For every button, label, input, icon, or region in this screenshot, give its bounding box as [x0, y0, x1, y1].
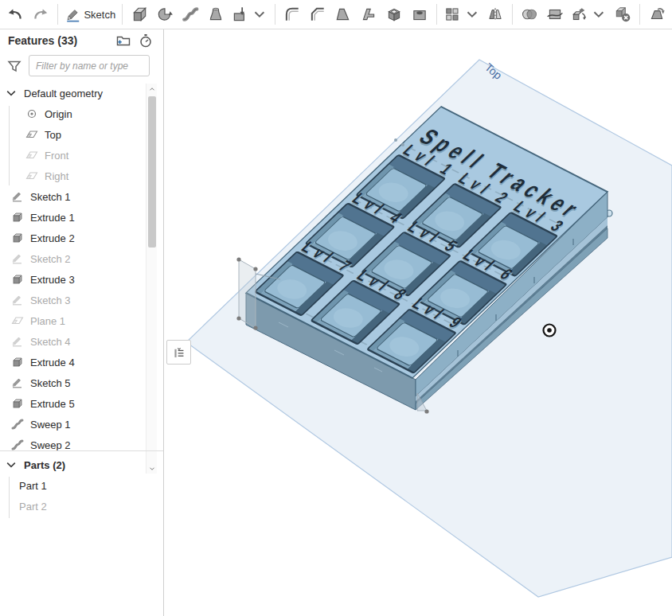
boolean-button[interactable]	[518, 2, 541, 26]
tree-item-front-plane[interactable]: Front	[0, 145, 145, 166]
chamfer-button[interactable]	[306, 2, 330, 26]
tree-item-label: Extrude 1	[30, 212, 75, 224]
move-face-button[interactable]	[645, 2, 669, 26]
revolve-button[interactable]	[153, 2, 177, 26]
chevron-down-icon[interactable]	[5, 87, 18, 99]
chamfer-icon	[309, 6, 326, 23]
sketch-vertex[interactable]	[253, 326, 257, 329]
tree-item-sweep-2[interactable]: Sweep 2	[0, 435, 145, 450]
tree-item-top-plane[interactable]: Top	[0, 124, 145, 145]
toolbar-separator	[122, 4, 123, 25]
sweep-profile-sketch[interactable]	[239, 259, 256, 328]
chevron-down-icon[interactable]	[251, 6, 268, 23]
mirror-button[interactable]	[483, 2, 507, 26]
extrude-button[interactable]	[127, 2, 151, 26]
tree-item-extrude-2[interactable]: Extrude 2	[0, 228, 145, 248]
sketch-button[interactable]: Sketch	[63, 2, 117, 26]
scrollbar-thumb[interactable]	[148, 96, 156, 248]
extrude-feature-icon	[11, 211, 24, 224]
origin-marker[interactable]	[544, 325, 556, 337]
sketch-point	[401, 143, 404, 146]
fillet-button[interactable]	[280, 2, 304, 26]
part-item-label: Part 2	[19, 501, 47, 513]
linear-pattern-icon	[443, 6, 461, 23]
move-face-icon	[648, 6, 666, 23]
feature-list-toggle-button[interactable]	[166, 340, 191, 365]
new-folder-icon[interactable]	[115, 33, 131, 49]
sketch-feature-icon	[11, 294, 24, 306]
extrude-feature-icon	[11, 397, 24, 410]
parts-guide-line	[9, 477, 10, 518]
hole-button[interactable]	[408, 2, 432, 26]
tree-item-label: Origin	[45, 108, 72, 120]
draft-icon	[334, 6, 352, 23]
tree-item-sweep-1[interactable]: Sweep 1	[0, 414, 145, 435]
draft-button[interactable]	[331, 2, 355, 26]
mirror-icon	[486, 6, 504, 23]
linear-pattern-button[interactable]	[442, 2, 483, 26]
features-panel-title: Features (33)	[8, 34, 77, 47]
shell-button[interactable]	[382, 2, 406, 26]
feature-tree-scrollbar[interactable]	[146, 84, 157, 474]
sketch-feature-icon	[11, 190, 24, 203]
tree-item-extrude-4[interactable]: Extrude 4	[0, 352, 145, 372]
toolbar-separator	[275, 4, 275, 25]
filter-funnel-icon[interactable]	[6, 58, 22, 74]
tree-item-label: Sketch 4	[30, 336, 71, 348]
undo-button[interactable]	[3, 2, 27, 26]
main-toolbar: Sketch	[0, 0, 672, 29]
tree-item-extrude-5[interactable]: Extrude 5	[0, 393, 145, 414]
redo-icon	[32, 6, 49, 23]
chevron-down-icon[interactable]	[590, 6, 608, 23]
split-button[interactable]	[543, 2, 567, 26]
boolean-icon	[521, 6, 538, 23]
model-scene[interactable]: Top	[164, 29, 672, 616]
part-item-2[interactable]: Part 2	[0, 496, 163, 517]
chevron-down-icon[interactable]	[5, 458, 18, 471]
thicken-button[interactable]	[229, 2, 270, 26]
sketch-vertex[interactable]	[236, 257, 240, 261]
tree-item-label: Sketch 1	[30, 191, 71, 203]
parts-section-title: Parts (2)	[24, 459, 65, 471]
tree-group-default-geometry[interactable]: Default geometry	[0, 83, 145, 103]
tree-item-sketch-3[interactable]: Sketch 3	[0, 290, 145, 310]
fillet-icon	[283, 6, 301, 23]
sketch-feature-icon	[11, 252, 24, 265]
sketch-vertex[interactable]	[424, 409, 428, 413]
tree-item-extrude-3[interactable]: Extrude 3	[0, 269, 145, 290]
part-item-1[interactable]: Part 1	[0, 475, 163, 496]
sketch-vertex[interactable]	[236, 316, 240, 320]
parts-group-header[interactable]: Parts (2)	[0, 454, 163, 475]
extrude-feature-icon	[11, 356, 24, 368]
feature-filter-input[interactable]	[29, 55, 150, 76]
rib-button[interactable]	[357, 2, 381, 26]
redo-button[interactable]	[29, 2, 53, 26]
split-icon	[546, 6, 564, 23]
extrude-feature-icon	[11, 232, 24, 244]
toolbar-separator	[639, 4, 640, 25]
tree-item-sketch-4[interactable]: Sketch 4	[0, 331, 145, 352]
scroll-up-button[interactable]	[147, 84, 158, 94]
tree-item-extrude-1[interactable]: Extrude 1	[0, 207, 145, 228]
toolbar-separator	[57, 4, 58, 25]
tree-item-sketch-2[interactable]: Sketch 2	[0, 248, 145, 269]
tree-item-sketch-1[interactable]: Sketch 1	[0, 186, 145, 207]
sweep-button[interactable]	[178, 2, 202, 26]
tree-item-origin[interactable]: Origin	[0, 103, 145, 124]
transform-button[interactable]	[568, 2, 609, 26]
sketch-feature-icon	[11, 335, 24, 348]
delete-part-button[interactable]	[611, 2, 635, 26]
tree-item-right-plane[interactable]: Right	[0, 166, 145, 186]
tree-item-plane-1[interactable]: Plane 1	[0, 310, 145, 331]
sketch-vertex[interactable]	[253, 267, 257, 271]
tree-item-sketch-5[interactable]: Sketch 5	[0, 372, 145, 393]
shell-icon	[385, 6, 403, 23]
chevron-down-icon[interactable]	[463, 6, 481, 23]
tree-item-label: Sketch 3	[30, 294, 71, 306]
stopwatch-icon[interactable]	[138, 33, 154, 49]
loft-button[interactable]	[204, 2, 228, 26]
tree-item-label: Extrude 5	[30, 398, 75, 410]
plane-icon	[25, 149, 38, 162]
tree-item-label: Extrude 2	[30, 232, 75, 244]
graphics-viewport[interactable]: Top	[164, 29, 672, 616]
